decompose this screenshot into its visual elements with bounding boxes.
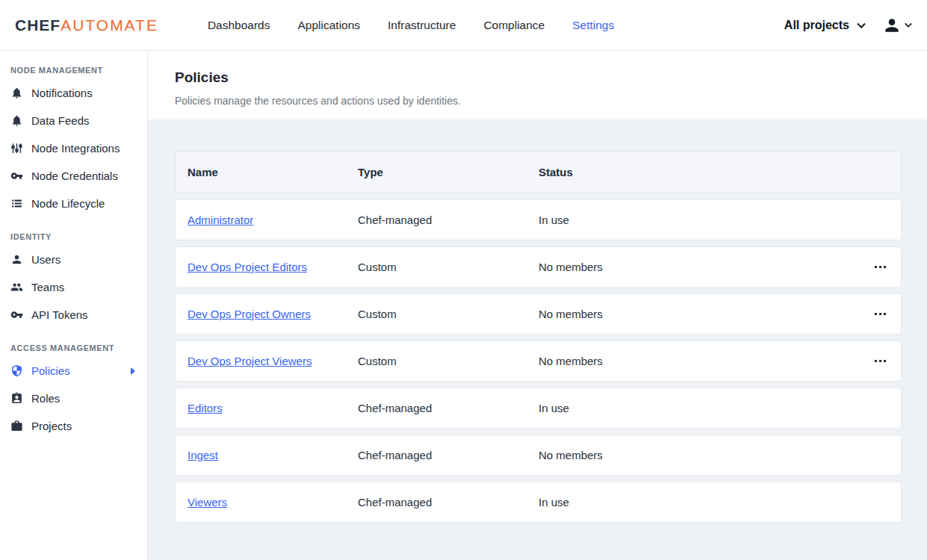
badge-icon xyxy=(10,392,23,405)
policy-type: Custom xyxy=(358,261,539,273)
sliders-icon xyxy=(10,142,23,155)
sidebar-item-node-credentials[interactable]: Node Credentials xyxy=(0,162,147,190)
table-row: Ingest Chef-managed No members xyxy=(175,435,902,476)
sidebar-item-users[interactable]: Users xyxy=(0,246,147,273)
sidebar-item-projects[interactable]: Projects xyxy=(0,412,147,440)
policy-type: Chef-managed xyxy=(358,496,539,508)
column-header-type: Type xyxy=(358,166,539,178)
policy-status: No members xyxy=(539,449,853,461)
policy-status: No members xyxy=(539,308,853,320)
logo-automate: AUTOMATE xyxy=(61,16,158,34)
policy-link[interactable]: Dev Ops Project Editors xyxy=(187,261,307,273)
bell-icon xyxy=(10,87,23,99)
table-row: Dev Ops Project Editors Custom No member… xyxy=(175,246,902,287)
page-title: Policies xyxy=(175,69,900,86)
table-header-row: Name Type Status xyxy=(175,151,902,193)
policy-type: Custom xyxy=(358,308,539,320)
group-icon xyxy=(10,281,23,293)
policy-link[interactable]: Ingest xyxy=(187,449,218,461)
arrow-right-icon xyxy=(131,367,135,375)
person-icon xyxy=(10,253,23,266)
table-row: Dev Ops Project Viewers Custom No member… xyxy=(175,340,902,382)
policy-status: In use xyxy=(539,214,853,226)
sidebar-item-label: Node Lifecycle xyxy=(31,197,105,210)
policy-status: No members xyxy=(539,355,853,367)
key-icon xyxy=(10,169,23,182)
logo-chef: CHEF xyxy=(15,16,61,34)
ellipsis-menu-button[interactable] xyxy=(869,355,886,368)
shield-icon xyxy=(10,364,23,377)
table-row: Administrator Chef-managed In use xyxy=(175,199,902,240)
policy-link[interactable]: Dev Ops Project Viewers xyxy=(187,355,311,367)
sidebar-item-label: Roles xyxy=(31,392,60,405)
policy-link[interactable]: Administrator xyxy=(187,214,253,226)
user-menu[interactable] xyxy=(882,16,912,35)
sidebar-item-api-tokens[interactable]: API Tokens xyxy=(0,301,147,329)
policy-link[interactable]: Dev Ops Project Owners xyxy=(187,308,311,320)
top-navigation: Dashboards Applications Infrastructure C… xyxy=(208,19,614,32)
sidebar-item-teams[interactable]: Teams xyxy=(0,273,147,301)
policy-status: In use xyxy=(539,496,853,508)
settings-sidebar: NODE MANAGEMENT Notifications Data Feeds… xyxy=(0,51,148,560)
column-header-status: Status xyxy=(539,166,853,178)
main-content: Policies Policies manage the resources a… xyxy=(148,51,927,560)
projects-filter-value: All projects xyxy=(784,19,849,32)
ellipsis-menu-button[interactable] xyxy=(869,261,886,274)
sidebar-item-label: Data Feeds xyxy=(31,114,90,127)
policy-link[interactable]: Viewers xyxy=(187,496,227,508)
sidebar-item-policies[interactable]: Policies xyxy=(0,357,147,385)
key-icon xyxy=(10,308,23,321)
briefcase-icon xyxy=(10,420,23,432)
policy-status: In use xyxy=(539,402,853,414)
table-row: Dev Ops Project Owners Custom No members xyxy=(175,293,902,335)
ellipsis-icon xyxy=(884,360,886,362)
sidebar-item-notifications[interactable]: Notifications xyxy=(0,79,147,107)
table-row: Viewers Chef-managed In use xyxy=(175,482,902,523)
policy-type: Custom xyxy=(358,355,539,367)
sidebar-section-identity: IDENTITY xyxy=(0,217,147,246)
ellipsis-menu-button[interactable] xyxy=(869,308,886,321)
list-icon xyxy=(10,197,23,210)
policy-type: Chef-managed xyxy=(358,402,539,414)
sidebar-item-label: Policies xyxy=(31,364,70,377)
policies-content: Name Type Status Administrator Chef-mana… xyxy=(148,119,927,560)
policy-type: Chef-managed xyxy=(358,449,539,461)
top-header: CHEFAUTOMATE Dashboards Applications Inf… xyxy=(0,0,927,51)
chevron-down-icon xyxy=(905,22,912,28)
nav-compliance[interactable]: Compliance xyxy=(483,19,545,32)
sidebar-item-label: Node Integrations xyxy=(31,142,120,155)
policy-status: No members xyxy=(539,261,853,273)
table-row: Editors Chef-managed In use xyxy=(175,388,902,429)
sidebar-section-node-management: NODE MANAGEMENT xyxy=(0,51,147,79)
sidebar-item-label: Users xyxy=(31,253,61,266)
chef-automate-logo[interactable]: CHEFAUTOMATE xyxy=(15,16,158,34)
projects-filter-dropdown[interactable]: All projects xyxy=(784,19,866,32)
nav-infrastructure[interactable]: Infrastructure xyxy=(388,19,456,32)
ellipsis-icon xyxy=(884,313,886,315)
bell-icon xyxy=(10,114,23,127)
sidebar-item-label: API Tokens xyxy=(31,308,88,321)
sidebar-item-roles[interactable]: Roles xyxy=(0,385,147,412)
nav-settings[interactable]: Settings xyxy=(572,19,614,32)
policy-type: Chef-managed xyxy=(358,214,539,226)
chevron-down-icon xyxy=(857,22,866,28)
column-header-name: Name xyxy=(176,166,358,178)
sidebar-item-label: Teams xyxy=(31,281,64,293)
nav-dashboards[interactable]: Dashboards xyxy=(208,19,270,32)
person-icon xyxy=(882,16,902,35)
ellipsis-icon xyxy=(884,266,886,268)
sidebar-item-label: Projects xyxy=(31,420,72,432)
page-subtitle: Policies manage the resources and action… xyxy=(175,95,900,107)
page-header: Policies Policies manage the resources a… xyxy=(148,51,927,119)
policy-link[interactable]: Editors xyxy=(187,402,223,414)
sidebar-section-access-management: ACCESS MANAGEMENT xyxy=(0,329,147,357)
policies-table: Name Type Status Administrator Chef-mana… xyxy=(175,151,902,523)
header-right: All projects xyxy=(784,16,912,35)
sidebar-item-data-feeds[interactable]: Data Feeds xyxy=(0,107,147,134)
sidebar-item-label: Notifications xyxy=(31,87,93,99)
sidebar-item-node-integrations[interactable]: Node Integrations xyxy=(0,134,147,162)
sidebar-item-node-lifecycle[interactable]: Node Lifecycle xyxy=(0,190,147,217)
nav-applications[interactable]: Applications xyxy=(297,19,360,32)
sidebar-item-label: Node Credentials xyxy=(31,169,118,182)
